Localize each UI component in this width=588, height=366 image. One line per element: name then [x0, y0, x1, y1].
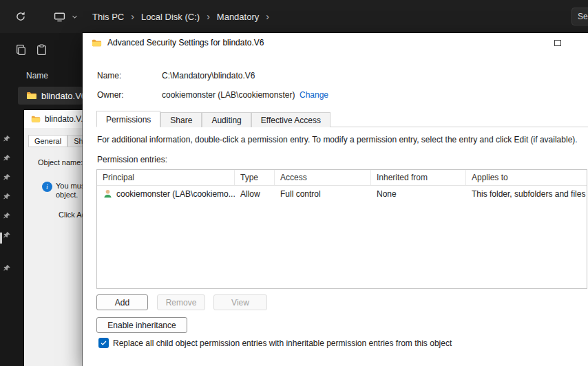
tab-auditing[interactable]: Auditing: [202, 112, 251, 127]
folder-icon: [92, 38, 102, 48]
properties-info-text: You mus: [56, 182, 83, 190]
tab-effective-access[interactable]: Effective Access: [251, 112, 330, 127]
permission-entries-table: Principal Type Access Inherited from App…: [96, 169, 587, 289]
remove-button[interactable]: Remove: [157, 294, 205, 310]
breadcrumb-separator-icon: ›: [204, 11, 213, 22]
scrollbar-thumb[interactable]: [0, 233, 2, 244]
sidebar-item-blindato[interactable]: blindato.V6: [18, 87, 83, 105]
copy-icon[interactable]: [15, 44, 28, 56]
info-icon: i: [42, 182, 52, 192]
pin-icon: [3, 212, 11, 220]
owner-value: cookiemonster (LAB\cookiemonster): [162, 90, 295, 100]
tab-share[interactable]: Share: [160, 112, 202, 127]
table-row[interactable]: cookiemonster (LAB\cookiemo... Allow Ful…: [97, 186, 587, 202]
properties-click-text: Click Ad: [59, 211, 83, 219]
view-button[interactable]: View: [213, 294, 267, 310]
user-icon: [103, 189, 113, 199]
table-header-row: Principal Type Access Inherited from App…: [97, 170, 587, 186]
refresh-icon[interactable]: [11, 7, 30, 26]
permission-entries-label: Permission entries:: [97, 155, 167, 164]
this-pc-icon[interactable]: [50, 7, 69, 26]
explorer-topbar: This PC › Local Disk (C:) › Mandatory › …: [0, 0, 588, 33]
replace-permissions-checkbox-label[interactable]: Replace all child object permission entr…: [113, 338, 452, 348]
cell-access: Full control: [275, 189, 371, 199]
close-button[interactable]: ✕: [581, 33, 588, 52]
enable-inheritance-button[interactable]: Enable inheritance: [96, 317, 187, 333]
sidebar-item-label: blindato.V6: [41, 91, 83, 101]
name-value: C:\Mandatory\blindato.V6: [162, 71, 255, 80]
breadcrumb-this-pc[interactable]: This PC: [88, 9, 128, 25]
dialog-titlebar: Advanced Security Settings for blindato.…: [83, 33, 588, 52]
dialog-tabstrip: Permissions Share Auditing Effective Acc…: [96, 110, 588, 127]
pin-icon: [3, 231, 11, 239]
instructions-text: For additional information, double-click…: [97, 135, 578, 144]
breadcrumb-separator-icon: ›: [128, 11, 137, 22]
column-header-access[interactable]: Access: [275, 170, 371, 185]
column-header-type[interactable]: Type: [235, 170, 275, 185]
replace-permissions-checkbox-row: Replace all child object permission entr…: [98, 338, 452, 348]
tab-permissions[interactable]: Permissions: [96, 111, 160, 127]
folder-icon: [26, 90, 37, 101]
properties-info-text: object.: [56, 191, 78, 199]
change-owner-link[interactable]: Change: [300, 90, 328, 100]
pin-icon: [3, 264, 11, 272]
search-input[interactable]: Sea: [571, 8, 588, 25]
name-column-header[interactable]: Name: [26, 71, 48, 80]
pin-icon: [3, 154, 11, 162]
properties-dialog-titlebar: blindato.V...: [24, 110, 83, 128]
maximize-icon: [554, 40, 561, 46]
object-name-label: Object name:: [38, 158, 83, 166]
cell-principal: cookiemonster (LAB\cookiemo...: [116, 189, 235, 199]
tab-sharing[interactable]: Sha: [67, 135, 83, 147]
maximize-button[interactable]: [543, 33, 573, 52]
column-header-applies-to[interactable]: Applies to: [466, 170, 587, 185]
folder-icon: [31, 114, 41, 124]
column-header-inherited-from[interactable]: Inherited from: [371, 170, 466, 185]
owner-label: Owner:: [97, 90, 124, 100]
pin-icon: [3, 173, 11, 182]
properties-tabs: General Sha: [28, 135, 83, 147]
chevron-down-icon[interactable]: [69, 7, 80, 26]
breadcrumb-mandatory[interactable]: Mandatory: [213, 9, 263, 25]
properties-dialog: blindato.V... General Sha Object name: i…: [24, 110, 83, 366]
cell-inherited-from: None: [371, 189, 466, 199]
tab-general[interactable]: General: [28, 135, 67, 147]
cell-applies-to: This folder, subfolders and files: [466, 189, 587, 199]
advanced-security-dialog: Advanced Security Settings for blindato.…: [83, 33, 588, 366]
add-button[interactable]: Add: [96, 294, 148, 310]
breadcrumb-local-disk[interactable]: Local Disk (C:): [137, 9, 204, 25]
cell-type: Allow: [235, 189, 275, 199]
name-label: Name:: [97, 71, 121, 80]
screen: This PC › Local Disk (C:) › Mandatory › …: [0, 0, 588, 366]
pin-icon: [3, 193, 11, 201]
properties-dialog-title: blindato.V...: [45, 114, 83, 124]
paste-icon[interactable]: [36, 44, 48, 56]
column-header-principal[interactable]: Principal: [97, 170, 235, 185]
dialog-title: Advanced Security Settings for blindato.…: [107, 38, 264, 47]
checkbox-checked-icon[interactable]: [98, 338, 109, 348]
breadcrumb-separator-icon: ›: [263, 11, 272, 22]
pin-icon: [3, 135, 11, 143]
